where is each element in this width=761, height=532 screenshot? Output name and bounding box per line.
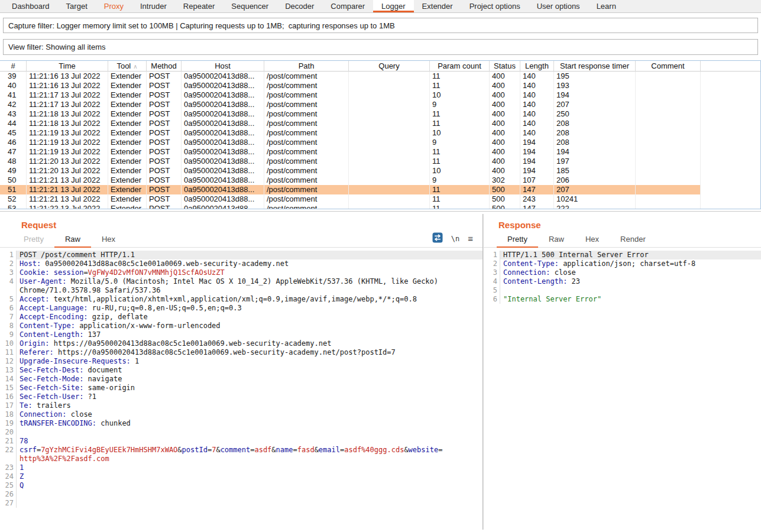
cell-time[interactable]: 11:21:19 13 Jul 2022 <box>27 128 108 138</box>
request-line-18[interactable]: 18Connection: close <box>0 410 482 419</box>
request-line-13[interactable]: 13Sec-Fetch-Dest: document <box>0 366 482 375</box>
cell-method[interactable]: POST <box>147 138 182 147</box>
request-line-1[interactable]: 1POST /post/comment HTTP/1.1 <box>0 251 482 259</box>
cell-time[interactable]: 11:21:21 13 Jul 2022 <box>27 176 108 185</box>
cell-comment[interactable] <box>636 138 701 147</box>
cell-num[interactable]: 42 <box>0 100 27 109</box>
cell-method[interactable]: POST <box>147 81 182 90</box>
response-tab-render[interactable]: Render <box>610 235 656 248</box>
cell-tool[interactable]: Extender <box>108 147 147 157</box>
cell-time[interactable]: 11:21:17 13 Jul 2022 <box>27 100 108 109</box>
cell-method[interactable]: POST <box>147 185 182 194</box>
cell-timer[interactable]: 208 <box>554 138 636 147</box>
cell-num[interactable]: 45 <box>0 128 27 138</box>
cell-length[interactable]: 147 <box>520 185 554 194</box>
column-header-[interactable]: # <box>0 61 27 72</box>
cell-status[interactable]: 400 <box>490 81 520 90</box>
request-line-24[interactable]: 24Z <box>0 472 482 481</box>
cell-param_count[interactable]: 10 <box>430 128 490 138</box>
response-line-3[interactable]: 3Connection: close <box>484 268 761 277</box>
cell-query[interactable] <box>349 147 430 157</box>
log-row-53[interactable]: 5311:21:22 13 Jul 2022ExtenderPOST0a9500… <box>0 204 760 209</box>
cell-time[interactable]: 11:21:19 13 Jul 2022 <box>27 138 108 147</box>
main-tab-intruder[interactable]: Intruder <box>132 0 175 12</box>
response-line-5[interactable]: 5 <box>484 286 761 295</box>
cell-timer[interactable]: 194 <box>554 90 636 100</box>
cell-tool[interactable]: Extender <box>108 138 147 147</box>
log-row-41[interactable]: 4111:21:17 13 Jul 2022ExtenderPOST0a9500… <box>0 90 760 100</box>
editor-menu-icon[interactable]: ≡ <box>468 233 473 244</box>
cell-comment[interactable] <box>636 176 701 185</box>
cell-host[interactable]: 0a9500020413d88... <box>182 119 264 128</box>
cell-query[interactable] <box>349 166 430 176</box>
cell-tool[interactable]: Extender <box>108 81 147 90</box>
cell-param_count[interactable]: 9 <box>430 138 490 147</box>
request-line-5[interactable]: 5Accept: text/html,application/xhtml+xml… <box>0 295 482 304</box>
cell-status[interactable]: 400 <box>490 72 520 81</box>
main-tab-sequencer[interactable]: Sequencer <box>223 0 277 12</box>
request-line-22[interactable]: 22csrf=7gYzhMCiFvi4gBEyUEEk7HmHSHM7xWAO&… <box>0 446 482 463</box>
request-line-25[interactable]: 25Q <box>0 481 482 490</box>
cell-time[interactable]: 11:21:18 13 Jul 2022 <box>27 109 108 119</box>
cell-num[interactable]: 47 <box>0 147 27 157</box>
cell-path[interactable]: /post/comment <box>264 72 349 81</box>
word-wrap-icon[interactable] <box>432 232 443 245</box>
response-line-4[interactable]: 4Content-Length: 23 <box>484 277 761 286</box>
cell-status[interactable]: 400 <box>490 109 520 119</box>
cell-filler[interactable] <box>701 128 760 138</box>
cell-path[interactable]: /post/comment <box>264 81 349 90</box>
cell-method[interactable]: POST <box>147 176 182 185</box>
cell-time[interactable]: 11:21:21 13 Jul 2022 <box>27 194 108 204</box>
cell-timer[interactable]: 197 <box>554 157 636 166</box>
cell-num[interactable]: 40 <box>0 81 27 90</box>
column-header-time[interactable]: Time <box>27 61 108 72</box>
cell-length[interactable]: 194 <box>520 138 554 147</box>
cell-time[interactable]: 11:21:20 13 Jul 2022 <box>27 166 108 176</box>
column-header-length[interactable]: Length <box>520 61 554 72</box>
cell-filler[interactable] <box>701 81 760 90</box>
cell-path[interactable]: /post/comment <box>264 166 349 176</box>
cell-filler[interactable] <box>701 204 760 209</box>
cell-length[interactable]: 140 <box>520 81 554 90</box>
cell-comment[interactable] <box>636 90 701 100</box>
request-line-10[interactable]: 10Origin: https://0a9500020413d88ac08c5c… <box>0 339 482 348</box>
request-tab-hex[interactable]: Hex <box>91 235 126 248</box>
log-row-47[interactable]: 4711:21:19 13 Jul 2022ExtenderPOST0a9500… <box>0 147 760 157</box>
cell-method[interactable]: POST <box>147 90 182 100</box>
cell-time[interactable]: 11:21:22 13 Jul 2022 <box>27 204 108 209</box>
request-line-4[interactable]: 4User-Agent: Mozilla/5.0 (Macintosh; Int… <box>0 277 482 295</box>
cell-tool[interactable]: Extender <box>108 176 147 185</box>
request-line-2[interactable]: 2Host: 0a9500020413d88ac08c5c1e001a0069.… <box>0 259 482 268</box>
cell-host[interactable]: 0a9500020413d88... <box>182 128 264 138</box>
cell-timer[interactable]: 222 <box>554 204 636 209</box>
cell-param_count[interactable]: 10 <box>430 90 490 100</box>
response-line-1[interactable]: 1HTTP/1.1 500 Internal Server Error <box>484 251 761 259</box>
response-tab-raw[interactable]: Raw <box>538 235 575 248</box>
cell-filler[interactable] <box>701 109 760 119</box>
cell-timer[interactable]: 250 <box>554 109 636 119</box>
column-header-method[interactable]: Method <box>147 61 182 72</box>
cell-status[interactable]: 400 <box>490 157 520 166</box>
cell-tool[interactable]: Extender <box>108 90 147 100</box>
column-header-start-response-timer[interactable]: Start response timer <box>554 61 636 72</box>
cell-query[interactable] <box>349 204 430 209</box>
cell-method[interactable]: POST <box>147 109 182 119</box>
cell-query[interactable] <box>349 109 430 119</box>
main-tab-user-options[interactable]: User options <box>529 0 588 12</box>
cell-path[interactable]: /post/comment <box>264 157 349 166</box>
log-row-49[interactable]: 4911:21:20 13 Jul 2022ExtenderPOST0a9500… <box>0 166 760 176</box>
request-line-3[interactable]: 3Cookie: session=VgFWy4D2vMfON7vMNMhjQ1S… <box>0 268 482 277</box>
cell-comment[interactable] <box>636 147 701 157</box>
cell-length[interactable]: 140 <box>520 72 554 81</box>
request-line-19[interactable]: 19tRANSFER-ENCODING: chunked <box>0 419 482 428</box>
cell-num[interactable]: 53 <box>0 204 27 209</box>
request-line-6[interactable]: 6Accept-Language: ru-RU,ru;q=0.8,en-US;q… <box>0 304 482 313</box>
cell-param_count[interactable]: 11 <box>430 194 490 204</box>
cell-tool[interactable]: Extender <box>108 204 147 209</box>
cell-host[interactable]: 0a9500020413d88... <box>182 204 264 209</box>
cell-method[interactable]: POST <box>147 128 182 138</box>
cell-num[interactable]: 41 <box>0 90 27 100</box>
cell-length[interactable]: 243 <box>520 194 554 204</box>
cell-param_count[interactable]: 10 <box>430 166 490 176</box>
cell-path[interactable]: /post/comment <box>264 90 349 100</box>
